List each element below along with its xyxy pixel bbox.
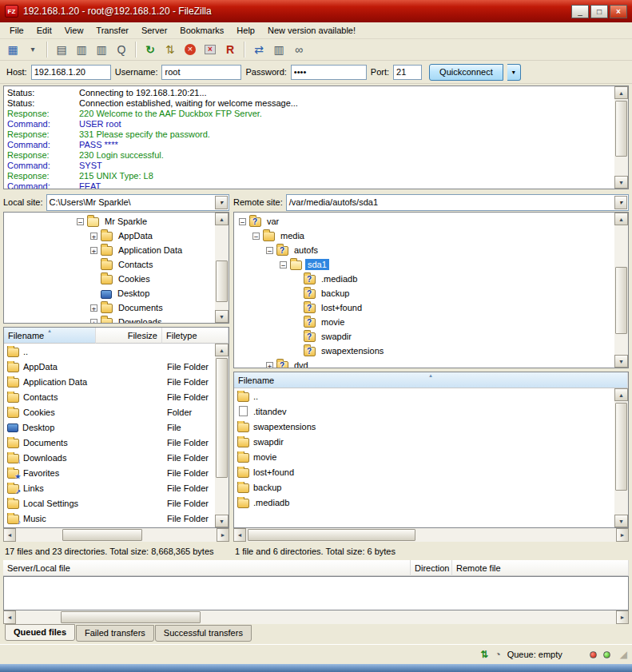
scroll-up-button[interactable]: ▲ — [215, 344, 229, 356]
port-input[interactable] — [393, 65, 422, 80]
scrollbar-thumb[interactable] — [615, 101, 627, 157]
scroll-down-button[interactable]: ▼ — [614, 355, 628, 368]
file-row-downloads[interactable]: ↓DownloadsFile Folder — [4, 450, 215, 465]
maximize-button[interactable]: □ — [590, 5, 608, 18]
remote-tree-item-autofs[interactable]: −?autofs — [234, 243, 614, 257]
find-files-button[interactable]: ∞ — [289, 41, 308, 58]
column-header-filesize[interactable]: Filesize — [96, 328, 162, 344]
remote-site-dropdown-button[interactable]: ▾ — [614, 196, 627, 209]
scroll-down-button[interactable]: ▼ — [614, 515, 628, 527]
menu-item-view[interactable]: View — [58, 24, 90, 37]
remote-tree-item-lost-found[interactable]: ?lost+found — [234, 300, 614, 315]
synchronized-browsing-button[interactable]: ⇄ — [249, 41, 268, 58]
file-row-item[interactable]: .. — [234, 388, 614, 404]
tree-expander-icon[interactable]: − — [280, 261, 287, 268]
menu-item-file[interactable]: File — [3, 24, 30, 37]
refresh-button[interactable]: ↻ — [141, 41, 160, 58]
file-row-contacts[interactable]: ContactsFile Folder — [4, 389, 215, 404]
scrollbar-thumb[interactable] — [61, 611, 201, 623]
scroll-up-button[interactable]: ▲ — [215, 213, 229, 225]
scroll-left-button[interactable]: ◄ — [3, 528, 16, 542]
column-header-remote-file[interactable]: Remote file — [452, 560, 629, 576]
remote-tree-item-media[interactable]: −media — [234, 229, 614, 243]
host-input[interactable] — [31, 65, 111, 80]
local-site-dropdown-button[interactable]: ▾ — [215, 196, 228, 209]
scrollbar-thumb[interactable] — [216, 260, 228, 302]
column-header-direction[interactable]: Direction — [411, 560, 452, 576]
tree-expander-icon[interactable]: + — [90, 233, 97, 240]
remote-tree-item-swapdir[interactable]: ?swapdir — [234, 329, 614, 344]
file-row-appdata[interactable]: AppDataFile Folder — [4, 359, 215, 374]
scrollbar-thumb[interactable] — [615, 267, 627, 334]
toggle-message-log-button[interactable]: ▤ — [52, 41, 71, 58]
remote-tree-item-backup[interactable]: ?backup — [234, 286, 614, 300]
local-tree-item-documents[interactable]: +Documents — [4, 300, 215, 315]
remote-horizontal-scrollbar[interactable]: ◄ ► — [233, 528, 629, 542]
file-row-titandev[interactable]: .titandev — [234, 404, 614, 419]
file-row-mediadb[interactable]: .mediadb — [234, 495, 614, 510]
remote-tree-item-var[interactable]: −?var — [234, 214, 614, 229]
file-row-cookies[interactable]: CookiesFolder — [4, 404, 215, 420]
column-header-filename[interactable]: Filename — [4, 328, 96, 344]
remote-site-combobox[interactable]: /var/media/autofs/sda1 ▾ — [286, 194, 629, 211]
tree-expander-icon[interactable]: + — [266, 362, 273, 368]
scrollbar-track[interactable] — [614, 225, 628, 355]
quickconnect-dropdown-button[interactable]: ▾ — [507, 64, 521, 81]
queue-horizontal-scrollbar[interactable]: ◄ ► — [3, 610, 629, 624]
scroll-up-button[interactable]: ▲ — [614, 388, 628, 401]
menu-item-edit[interactable]: Edit — [30, 24, 58, 37]
close-button[interactable]: × — [610, 5, 627, 18]
scrollbar-track[interactable] — [614, 401, 628, 515]
local-horizontal-scrollbar[interactable]: ◄ ► — [3, 528, 229, 542]
site-manager-dropdown-button[interactable]: ▾ — [23, 41, 42, 58]
toggle-remote-treeview-button[interactable]: ▥ — [92, 41, 111, 58]
toggle-local-treeview-button[interactable]: ▥ — [72, 41, 91, 58]
process-queue-button[interactable]: ⇅ — [161, 41, 180, 58]
directory-comparison-button[interactable]: ▥ — [269, 41, 288, 58]
local-tree-item-mr-sparkle[interactable]: −Mr Sparkle — [4, 214, 215, 229]
tree-expander-icon[interactable]: + — [90, 247, 97, 254]
scroll-up-button[interactable]: ▲ — [614, 213, 628, 225]
scrollbar-track[interactable] — [16, 610, 616, 624]
remote-list-scrollbar[interactable]: ▲ ▼ — [614, 388, 628, 527]
column-header-filename[interactable]: Filename — [234, 372, 628, 388]
column-header-server-local-file[interactable]: Server/Local file — [3, 560, 411, 576]
file-row-application-data[interactable]: Application DataFile Folder — [4, 374, 215, 389]
local-site-combobox[interactable]: C:\Users\Mr Sparkle\ ▾ — [46, 194, 229, 211]
file-row-links[interactable]: ↗LinksFile Folder — [4, 480, 215, 495]
scrollbar-track[interactable] — [215, 225, 229, 310]
scroll-down-button[interactable]: ▼ — [215, 310, 229, 323]
local-tree-item-contacts[interactable]: Contacts — [4, 257, 215, 272]
menu-item-help[interactable]: Help — [230, 24, 261, 37]
log-scrollbar[interactable]: ▲ ▼ — [614, 86, 628, 189]
remote-tree-item-movie[interactable]: ?movie — [234, 315, 614, 329]
file-row-swapdir[interactable]: swapdir — [234, 434, 614, 449]
title-bar[interactable]: FZ 192.168.1.20 - root@192.168.1.20 - Fi… — [0, 0, 632, 22]
tree-expander-icon[interactable]: − — [77, 218, 84, 225]
scroll-right-button[interactable]: ► — [616, 610, 629, 624]
file-row-music[interactable]: ♪MusicFile Folder — [4, 511, 215, 526]
disconnect-button[interactable]: × — [201, 41, 220, 58]
scrollbar-track[interactable] — [614, 99, 628, 176]
scroll-up-button[interactable]: ▲ — [614, 86, 628, 99]
password-input[interactable] — [291, 65, 367, 80]
resize-grip[interactable]: ◢ — [620, 650, 627, 660]
menu-item-transfer[interactable]: Transfer — [89, 24, 135, 37]
file-row-documents[interactable]: DocumentsFile Folder — [4, 435, 215, 450]
scroll-down-button[interactable]: ▼ — [614, 176, 628, 189]
file-row-favorites[interactable]: ★FavoritesFile Folder — [4, 465, 215, 480]
scrollbar-thumb[interactable] — [615, 403, 627, 491]
scrollbar-thumb[interactable] — [216, 358, 228, 478]
file-row-swapextensions[interactable]: swapextensions — [234, 419, 614, 434]
cancel-button[interactable]: × — [181, 41, 200, 58]
scrollbar-thumb[interactable] — [62, 529, 142, 541]
site-manager-button[interactable]: ▦ — [3, 41, 22, 58]
local-tree-item-cookies[interactable]: Cookies — [4, 272, 215, 286]
local-tree-item-application-data[interactable]: +Application Data — [4, 243, 215, 257]
scroll-left-button[interactable]: ◄ — [3, 610, 16, 624]
scrollbar-track[interactable] — [16, 528, 217, 542]
remote-tree-item-mediadb[interactable]: ?.mediadb — [234, 272, 614, 286]
file-row-desktop[interactable]: DesktopFile — [4, 420, 215, 435]
file-row-item[interactable]: .. — [4, 344, 215, 359]
tree-expander-icon[interactable]: + — [90, 304, 97, 312]
